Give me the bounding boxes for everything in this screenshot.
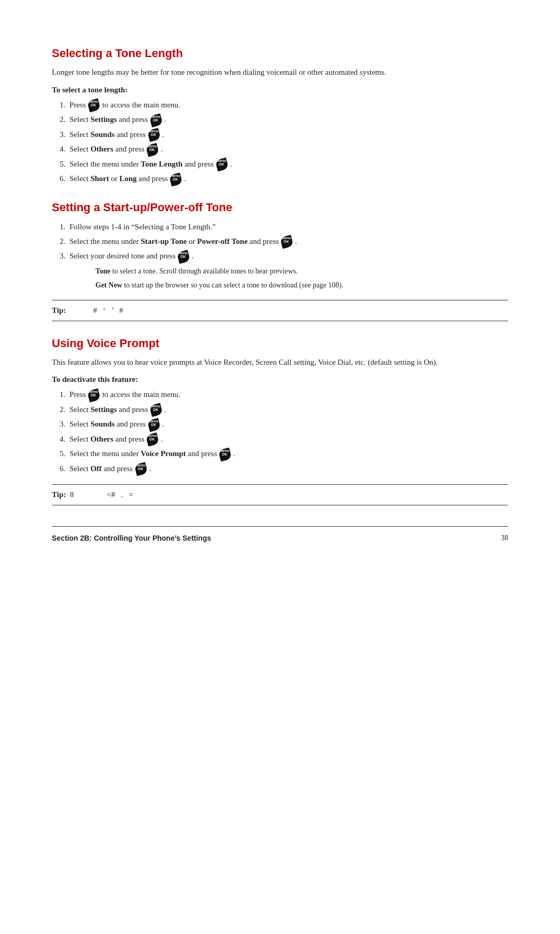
section1-intro: Longer tone lengths may be better for to…: [52, 66, 508, 78]
list-item: Press MenuOK to access the main menu.: [67, 99, 508, 112]
menu-icon: MenuOK: [149, 403, 163, 417]
menu-icon: MenuOK: [87, 99, 101, 113]
footer-bar: Section 2B: Controlling Your Phone’s Set…: [52, 526, 508, 542]
section1-title: Selecting a Tone Length: [52, 47, 508, 60]
list-item: Select Others and press MenuOK .: [67, 143, 508, 156]
tip-label-1: Tip:: [52, 306, 66, 314]
tip-row-2: Tip: 8 <# . =: [52, 484, 508, 505]
menu-icon: MenuOK: [146, 143, 160, 157]
indent-tone: Tone to select a tone. Scroll through av…: [95, 266, 508, 277]
list-item: Select the menu under Voice Prompt and p…: [67, 447, 508, 460]
menu-icon: MenuOK: [280, 235, 294, 249]
list-item: Follow steps 1-4 in “Selecting a Tone Le…: [67, 221, 508, 233]
list-item: Select your desired tone and press MenuO…: [67, 250, 508, 291]
list-item: Select Settings and press MenuOK .: [67, 403, 508, 416]
section3-subhead: To deactivate this feature:: [52, 375, 508, 384]
menu-icon: MenuOK: [134, 462, 148, 476]
indent-getnew: Get New to start up the browser so you c…: [95, 280, 508, 291]
menu-icon: MenuOK: [218, 447, 232, 461]
list-item: Select Sounds and press MenuOK .: [67, 418, 508, 431]
tip-text-2: 8 <# . =: [68, 490, 133, 499]
section2-title: Setting a Start-up/Power-off Tone: [52, 201, 508, 214]
list-item: Select Sounds and press MenuOK .: [67, 128, 508, 141]
footer-left: Section 2B: Controlling Your Phone’s Set…: [52, 534, 211, 542]
menu-icon: MenuOK: [177, 250, 191, 264]
section1-steps: Press MenuOK to access the main menu. Se…: [67, 99, 508, 185]
list-item: Press MenuOK to access the main menu.: [67, 388, 508, 401]
section2-steps: Follow steps 1-4 in “Selecting a Tone Le…: [67, 221, 508, 291]
section3-intro: This feature allows you to hear voice pr…: [52, 356, 508, 368]
menu-icon: MenuOK: [169, 172, 183, 186]
menu-icon: MenuOK: [215, 158, 229, 172]
menu-icon: MenuOK: [147, 418, 161, 432]
menu-icon: MenuOK: [149, 113, 163, 127]
menu-icon: MenuOK: [146, 433, 160, 447]
tip-text-1: # ‘ ’ #: [68, 306, 123, 314]
list-item: Select the menu under Start-up Tone or P…: [67, 235, 508, 248]
indent-blocks: Tone to select a tone. Scroll through av…: [95, 266, 508, 291]
list-item: Select Off and press MenuOK .: [67, 462, 508, 475]
menu-icon: MenuOK: [87, 388, 101, 402]
tip-label-2: Tip:: [52, 490, 66, 499]
list-item: Select Settings and press MenuOK .: [67, 113, 508, 126]
tip-row-1: Tip: # ‘ ’ #: [52, 300, 508, 321]
section1-subhead: To select a tone length:: [52, 86, 508, 94]
section3-steps: Press MenuOK to access the main menu. Se…: [67, 388, 508, 475]
list-item: Select Others and press MenuOK .: [67, 433, 508, 446]
footer-right: 38: [501, 534, 508, 542]
section3-title: Using Voice Prompt: [52, 337, 508, 350]
list-item: Select Short or Long and press MenuOK .: [67, 172, 508, 185]
menu-icon: MenuOK: [147, 128, 161, 142]
list-item: Select the menu under Tone Length and pr…: [67, 158, 508, 171]
